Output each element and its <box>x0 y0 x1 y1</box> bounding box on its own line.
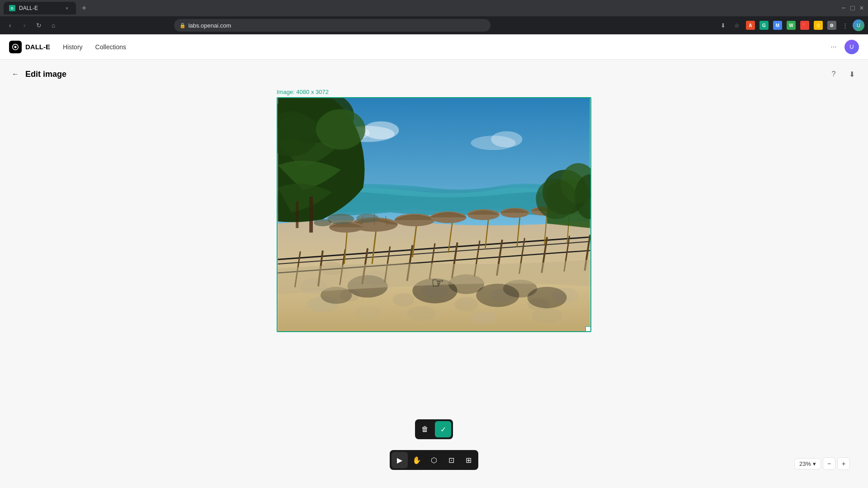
nav-forward[interactable]: › <box>18 19 31 32</box>
app-nav: History Collections <box>57 41 132 53</box>
url-bar[interactable]: 🔒 labs.openai.com <box>174 19 491 32</box>
svg-point-0 <box>14 46 17 48</box>
window-maximize[interactable]: □ <box>850 5 855 11</box>
resize-handle[interactable] <box>585 326 591 332</box>
url-text: labs.openai.com <box>189 22 231 29</box>
header-actions: ··· U <box>826 40 859 54</box>
image-wrapper[interactable]: ☞ <box>277 97 591 332</box>
ext-icon-1[interactable]: A <box>744 19 757 32</box>
download-icon[interactable]: ⬇ <box>717 19 730 32</box>
svg-point-13 <box>455 297 478 312</box>
ext-icon-4[interactable]: W <box>785 19 797 32</box>
edit-image-bar: ← Edit image ? ⬇ <box>0 60 868 89</box>
app-logo[interactable]: DALL-E <box>9 41 50 53</box>
bookmark-icon[interactable]: ☆ <box>731 19 743 32</box>
window-minimize[interactable]: − <box>841 5 846 11</box>
svg-point-6 <box>491 131 522 147</box>
svg-rect-73 <box>296 201 298 228</box>
nav-home[interactable]: ⌂ <box>47 19 60 32</box>
svg-point-76 <box>316 109 365 150</box>
profile-avatar[interactable]: U <box>853 19 864 31</box>
ext-icon-2[interactable]: G <box>758 19 770 32</box>
edit-image-title: Edit image <box>25 70 66 79</box>
tab-favicon: D <box>9 5 15 11</box>
browser-chrome: D DALL-E × + − □ × ‹ › ↻ ⌂ 🔒 labs.openai… <box>0 0 868 34</box>
download-button[interactable]: ⬇ <box>844 67 859 81</box>
ext-icon-5[interactable]: 🔴 <box>798 19 811 32</box>
app-name: DALL-E <box>25 43 50 51</box>
nav-collections[interactable]: Collections <box>90 41 132 53</box>
zoom-plus-btn[interactable]: + <box>837 457 850 470</box>
active-tab[interactable]: D DALL-E × <box>4 2 76 14</box>
image-container: Image: 4080 x 3072 <box>0 89 868 332</box>
extensions-btn[interactable]: ⋮ <box>839 19 852 32</box>
help-button[interactable]: ? <box>826 67 841 81</box>
svg-point-11 <box>393 293 415 307</box>
zoom-level: 23% <box>799 460 811 467</box>
image-dimensions-label: Image: 4080 x 3072 <box>277 89 329 95</box>
zoom-control: 23% ▾ − + <box>794 457 850 470</box>
user-avatar[interactable]: U <box>844 40 859 54</box>
hand-tool[interactable]: ✋ <box>409 452 425 468</box>
zoom-minus-btn[interactable]: − <box>823 457 835 470</box>
zoom-chevron-icon: ▾ <box>813 460 816 467</box>
svg-point-71 <box>536 179 576 219</box>
new-tab-btn[interactable]: + <box>78 2 90 14</box>
tab-controls: − □ × <box>841 5 864 11</box>
window-close[interactable]: × <box>859 5 864 11</box>
app-header: DALL-E History Collections ··· U <box>0 34 868 60</box>
address-bar: ‹ › ↻ ⌂ 🔒 labs.openai.com ⬇ ☆ A G M W 🔴 <box>0 16 868 34</box>
crop-tool[interactable]: ⊡ <box>443 452 459 468</box>
delete-button[interactable]: 🗑 <box>417 421 433 437</box>
edit-tool[interactable]: ⊞ <box>460 452 476 468</box>
zoom-display[interactable]: 23% ▾ <box>794 458 821 469</box>
more-options-btn[interactable]: ··· <box>826 40 841 54</box>
toolbar-icons: ⬇ ☆ A G M W 🔴 ⭐ ⚙ ⋮ U <box>717 19 864 32</box>
tool-group: ▶ ✋ ⬡ ⊡ ⊞ <box>390 450 478 470</box>
page-content: ← Edit image ? ⬇ Image: 4080 x 3072 <box>0 60 868 488</box>
svg-point-67 <box>356 214 379 223</box>
confirm-button[interactable]: ✓ <box>435 421 451 437</box>
lock-icon: 🔒 <box>179 23 186 28</box>
svg-point-19 <box>407 306 436 320</box>
beach-image <box>278 98 590 331</box>
nav-history[interactable]: History <box>57 41 88 53</box>
svg-point-3 <box>363 122 399 140</box>
ext-icon-3[interactable]: M <box>771 19 784 32</box>
svg-rect-72 <box>309 197 313 232</box>
svg-point-20 <box>472 311 497 324</box>
nav-reload[interactable]: ↻ <box>33 19 45 32</box>
lasso-tool[interactable]: ⬡ <box>426 452 442 468</box>
svg-point-18 <box>355 306 380 320</box>
bottom-toolbar: ▶ ✋ ⬡ ⊡ ⊞ <box>390 450 478 470</box>
edit-image-actions: ? ⬇ <box>826 67 859 81</box>
svg-point-21 <box>532 308 562 323</box>
nav-back[interactable]: ‹ <box>4 19 16 32</box>
float-toolbar: 🗑 ✓ <box>415 419 453 439</box>
back-button[interactable]: ← <box>9 68 22 80</box>
tab-title: DALL-E <box>19 5 60 11</box>
ext-icon-7[interactable]: ⚙ <box>826 19 838 32</box>
logo-icon <box>9 41 22 53</box>
tab-close-btn[interactable]: × <box>63 5 71 12</box>
tab-bar: D DALL-E × + − □ × <box>0 0 868 16</box>
ext-icon-6[interactable]: ⭐ <box>812 19 825 32</box>
select-tool[interactable]: ▶ <box>392 452 408 468</box>
